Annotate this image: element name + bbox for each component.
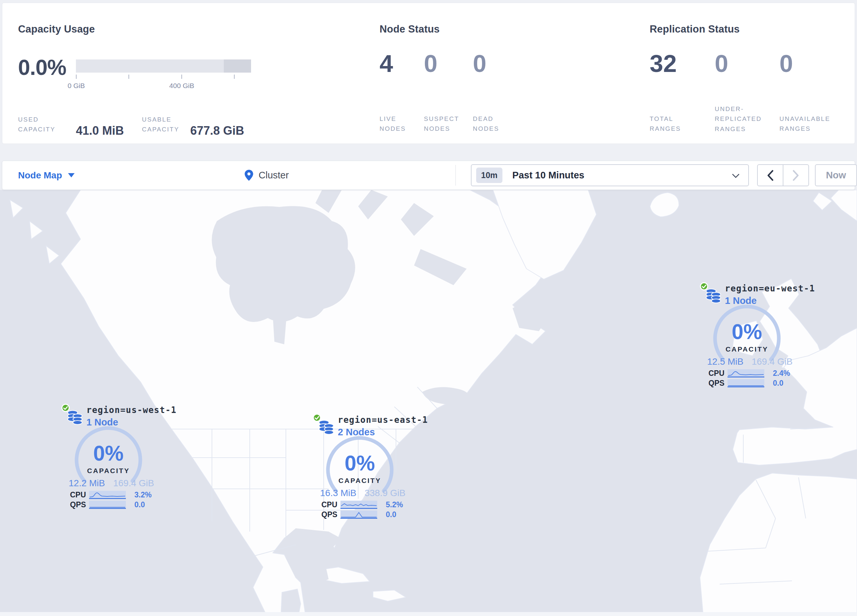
node-map-canvas[interactable]: region=us-west-1 1 Node 0% CAPACITY 12.2… — [0, 190, 857, 616]
qps-value: 0.0 — [135, 500, 145, 509]
capacity-bar — [76, 59, 251, 73]
capacity-percent: 0% — [327, 451, 393, 476]
used-capacity-label: USED CAPACITY — [18, 115, 59, 135]
node-status-title: Node Status — [379, 23, 440, 35]
suspect-nodes-count: 0 — [424, 52, 437, 76]
locality-region-label: region=us-west-1 — [87, 405, 176, 415]
cpu-sparkline — [727, 369, 764, 377]
used-capacity: 12.2 MiB — [69, 478, 105, 488]
dead-nodes-count: 0 — [473, 52, 486, 76]
cpu-label: CPU — [708, 369, 727, 378]
usable-capacity: 169.4 GiB — [113, 478, 154, 488]
tick-label-0: 0 GiB — [68, 82, 85, 90]
cpu-value: 3.2% — [135, 491, 152, 499]
qps-label: QPS — [708, 379, 727, 388]
suspect-nodes-label: SUSPECT NODES — [424, 114, 465, 134]
view-selector-dropdown[interactable]: Node Map — [18, 161, 74, 190]
used-capacity: 12.5 MiB — [707, 357, 744, 367]
time-range-label: Past 10 Minutes — [512, 170, 584, 181]
cpu-sparkline — [340, 501, 377, 509]
qps-label: QPS — [321, 510, 340, 519]
locality-marker-us-west-1[interactable]: region=us-west-1 1 Node 0% CAPACITY 12.2… — [61, 403, 159, 513]
usable-capacity: 169.4 GiB — [752, 357, 793, 367]
capacity-percent: 0% — [76, 441, 141, 466]
map-pin-icon — [244, 169, 254, 181]
total-ranges-count: 32 — [650, 52, 677, 76]
under-replicated-count: 0 — [715, 52, 728, 76]
cpu-sparkline — [89, 491, 126, 499]
chevron-down-icon — [732, 173, 740, 178]
cpu-value: 2.4% — [773, 369, 790, 378]
view-selector-label: Node Map — [18, 170, 62, 181]
cpu-value: 5.2% — [386, 500, 403, 509]
next-interval-button[interactable] — [783, 165, 808, 185]
locality-marker-us-east-1[interactable]: region=us-east-1 2 Nodes 0% CAPACITY 16.… — [312, 412, 411, 522]
unavailable-count: 0 — [780, 52, 793, 76]
capacity-label: CAPACITY — [76, 467, 141, 475]
capacity-label: CAPACITY — [714, 345, 780, 353]
locality-marker-eu-west-1[interactable]: region=eu-west-1 1 Node 0% CAPACITY 12.5… — [699, 281, 798, 391]
used-capacity: 16.3 MiB — [320, 488, 357, 499]
usable-capacity: 338.9 GiB — [364, 488, 405, 499]
usable-capacity-value: 677.8 GiB — [190, 124, 244, 137]
qps-sparkline — [89, 501, 126, 509]
chevron-left-icon — [767, 170, 774, 181]
cpu-label: CPU — [70, 491, 89, 499]
prev-interval-button[interactable] — [758, 165, 783, 185]
now-button[interactable]: Now — [815, 164, 857, 186]
tick-label-400: 400 GiB — [169, 82, 194, 90]
qps-value: 0.0 — [773, 379, 783, 388]
qps-sparkline — [340, 511, 377, 519]
breadcrumb-label: Cluster — [258, 170, 289, 181]
live-nodes-count: 4 — [379, 52, 393, 76]
time-preset-badge: 10m — [476, 168, 503, 183]
time-range-select[interactable]: 10m Past 10 Minutes — [471, 164, 749, 186]
replication-status-title: Replication Status — [650, 23, 740, 35]
map-toolbar: Node Map Cluster 10m Past 10 Minutes Now — [2, 161, 855, 190]
capacity-percent: 0% — [714, 320, 780, 344]
cpu-label: CPU — [321, 500, 340, 509]
breadcrumb[interactable]: Cluster — [244, 161, 289, 190]
under-replicated-label: UNDER-REPLICATED RANGES — [715, 104, 772, 134]
total-ranges-label: TOTAL RANGES — [650, 114, 686, 134]
qps-value: 0.0 — [386, 510, 396, 519]
capacity-bar-ticks — [76, 74, 251, 79]
capacity-label: CAPACITY — [327, 477, 393, 485]
unavailable-label: UNAVAILABLE RANGES — [780, 114, 842, 134]
qps-sparkline — [727, 379, 764, 388]
dead-nodes-label: DEAD NODES — [473, 114, 506, 134]
qps-label: QPS — [70, 500, 89, 509]
usable-capacity-label: USABLE CAPACITY — [142, 115, 188, 135]
locality-region-label: region=eu-west-1 — [725, 284, 815, 293]
chevron-down-icon — [68, 173, 74, 178]
used-capacity-value: 41.0 MiB — [76, 124, 124, 137]
time-step-arrows — [757, 164, 809, 186]
toolbar-divider — [455, 165, 456, 185]
cluster-summary-panel: Capacity Usage 0.0% 0 GiB 400 GiB USED C… — [2, 3, 855, 144]
capacity-bar-nonusable-segment — [224, 59, 251, 73]
locality-region-label: region=us-east-1 — [338, 415, 428, 425]
capacity-percent: 0.0% — [18, 55, 66, 80]
capacity-usage-title: Capacity Usage — [18, 23, 95, 35]
live-nodes-label: LIVE NODES — [379, 114, 411, 134]
chevron-right-icon — [792, 170, 800, 181]
